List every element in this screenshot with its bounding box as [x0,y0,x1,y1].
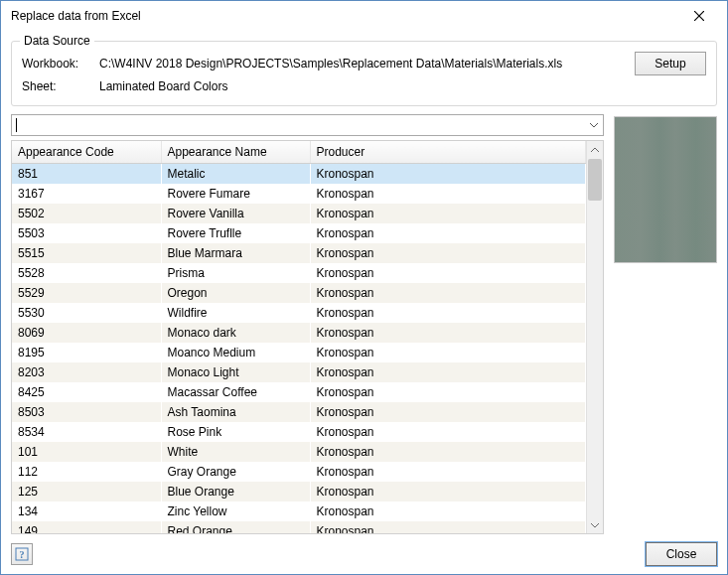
sheet-value: Laminated Board Colors [99,79,706,93]
close-icon [694,11,704,21]
cell-producer: Kronospan [310,164,586,184]
vertical-scrollbar[interactable] [586,141,603,533]
cell-producer: Kronospan [310,382,586,402]
table-row[interactable]: 8503Ash TaominaKronospan [12,402,586,422]
text-cursor [16,118,17,132]
cell-name: Blue Marmara [161,243,310,263]
table-row[interactable]: 8069Monaco darkKronospan [12,323,586,343]
cell-name: Monaco Light [161,362,310,382]
main-row: Appearance Code Appearance Name Producer… [11,114,717,534]
table-row[interactable]: 8203Monaco LightKronospan [12,362,586,382]
help-button[interactable]: ? [11,543,33,565]
cell-name: Rovere Truflle [161,223,310,243]
help-icon: ? [15,547,29,561]
table-row[interactable]: 851MetalicKronospan [12,164,586,184]
cell-name: Metalic [161,164,310,184]
cell-name: Wildfire [161,303,310,323]
table-row[interactable]: 5502Rovere VanillaKronospan [12,204,586,223]
chevron-up-icon [591,147,599,153]
cell-code: 5502 [12,204,161,223]
search-combo[interactable] [11,114,604,136]
scroll-down-button[interactable] [587,516,603,533]
chevron-down-icon [591,522,599,528]
setup-button[interactable]: Setup [635,52,706,75]
cell-name: Ash Taomina [161,402,310,422]
header-appearance-code[interactable]: Appearance Code [12,141,161,164]
dialog-window: Replace data from Excel Data Source Work… [0,0,728,575]
sheet-label: Sheet: [22,79,93,93]
combo-dropdown-button[interactable] [585,115,603,135]
data-table-inner: Appearance Code Appearance Name Producer… [12,141,586,533]
cell-producer: Kronospan [310,184,586,204]
cell-producer: Kronospan [310,223,586,243]
cell-code: 125 [12,482,161,502]
cell-producer: Kronospan [310,462,586,482]
cell-code: 149 [12,521,161,534]
cell-code: 8425 [12,382,161,402]
cell-code: 5515 [12,243,161,263]
table-row[interactable]: 5529OregonKronospan [12,283,586,303]
svg-text:?: ? [20,549,25,560]
table-row[interactable]: 5515Blue MarmaraKronospan [12,243,586,263]
material-preview [614,116,717,263]
close-button[interactable]: Close [646,542,717,566]
cell-code: 8069 [12,323,161,343]
cell-name: Moanco Medium [161,343,310,362]
table-row[interactable]: 112Gray OrangeKronospan [12,462,586,482]
cell-producer: Kronospan [310,263,586,283]
header-producer[interactable]: Producer [310,141,586,164]
table-row[interactable]: 5503Rovere TruflleKronospan [12,223,586,243]
footer: ? Close [1,534,727,574]
table-row[interactable]: 5528PrismaKronospan [12,263,586,283]
table-row[interactable]: 149Red OrangeKronospan [12,521,586,534]
table-header-row: Appearance Code Appearance Name Producer [12,141,586,164]
data-source-group: Data Source Workbook: C:\W4INV 2018 Desi… [11,41,717,106]
cell-name: Red Orange [161,521,310,534]
cell-code: 8534 [12,422,161,442]
table-row[interactable]: 8534Rose PinkKronospan [12,422,586,442]
cell-producer: Kronospan [310,482,586,502]
cell-code: 8203 [12,362,161,382]
header-appearance-name[interactable]: Appearance Name [161,141,310,164]
workbook-label: Workbook: [22,57,93,71]
table-row[interactable]: 8195Moanco MediumKronospan [12,343,586,362]
cell-name: White [161,442,310,462]
cell-producer: Kronospan [310,422,586,442]
cell-code: 5529 [12,283,161,303]
table-row[interactable]: 134Zinc YellowKronospan [12,502,586,521]
cell-code: 5528 [12,263,161,283]
cell-producer: Kronospan [310,521,586,534]
cell-code: 134 [12,502,161,521]
table-row[interactable]: 8425Macassar CoffeeKronospan [12,382,586,402]
cell-name: Prisma [161,263,310,283]
data-table: Appearance Code Appearance Name Producer… [12,141,586,533]
table-row[interactable]: 5530WildfireKronospan [12,303,586,323]
cell-producer: Kronospan [310,502,586,521]
cell-producer: Kronospan [310,204,586,223]
cell-code: 8503 [12,402,161,422]
cell-producer: Kronospan [310,442,586,462]
cell-producer: Kronospan [310,303,586,323]
cell-name: Rovere Fumare [161,184,310,204]
sheet-row: Sheet: Laminated Board Colors [22,79,706,93]
workbook-row: Workbook: C:\W4INV 2018 Design\PROJECTS\… [22,52,706,75]
left-pane: Appearance Code Appearance Name Producer… [11,114,604,534]
cell-producer: Kronospan [310,283,586,303]
scroll-up-button[interactable] [587,141,603,158]
chevron-down-icon [590,122,598,128]
search-input[interactable] [12,115,585,135]
workbook-value: C:\W4INV 2018 Design\PROJECTS\Samples\Re… [99,57,629,71]
right-pane [614,114,717,534]
table-row[interactable]: 101WhiteKronospan [12,442,586,462]
scroll-thumb[interactable] [588,159,602,201]
content-area: Data Source Workbook: C:\W4INV 2018 Desi… [1,31,727,534]
cell-code: 5530 [12,303,161,323]
table-row[interactable]: 125Blue OrangeKronospan [12,482,586,502]
window-close-button[interactable] [679,2,719,30]
cell-code: 3167 [12,184,161,204]
table-row[interactable]: 3167Rovere FumareKronospan [12,184,586,204]
cell-name: Macassar Coffee [161,382,310,402]
window-title: Replace data from Excel [11,9,141,23]
cell-name: Blue Orange [161,482,310,502]
cell-code: 8195 [12,343,161,362]
